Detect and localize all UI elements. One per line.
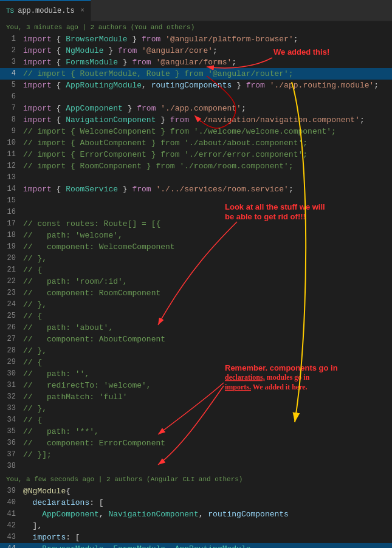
code-line: 35// path: '**',: [0, 426, 392, 437]
line-content: // component: ErrorComponent: [22, 437, 392, 449]
line-content: // import { AboutComponent } from './abo…: [22, 137, 392, 149]
code-line: 37// }];: [0, 449, 392, 461]
line-number: 8: [0, 114, 22, 126]
line-number: 1: [0, 33, 22, 45]
line-number: 21: [0, 264, 22, 276]
line-content: // pathMatch: 'full': [22, 391, 392, 403]
ts-icon: TS: [6, 7, 14, 15]
line-number: 14: [0, 183, 22, 195]
line-content: // {: [22, 310, 392, 322]
code-line: 31// redirectTo: 'welcome',: [0, 380, 392, 391]
line-content: declarations: [: [22, 497, 392, 509]
line-content: // path: 'about',: [22, 322, 392, 334]
code-line: 12// import { RoomComponent } from './ro…: [0, 160, 392, 172]
line-content: import { NavigationComponent } from './n…: [22, 114, 392, 126]
line-content: // component: WelcomeComponent: [22, 241, 392, 253]
line-number: 27: [0, 334, 22, 345]
line-number: 7: [0, 103, 22, 114]
line-content: // import { WelcomeComponent } from './w…: [22, 126, 392, 137]
line-number: 19: [0, 241, 22, 253]
line-content: // {: [22, 414, 392, 426]
code-line: 11// import { ErrorComponent } from './e…: [0, 149, 392, 160]
line-number: 20: [0, 253, 22, 264]
line-number: 32: [0, 391, 22, 403]
line-content: // import { RoomComponent } from './room…: [22, 160, 392, 172]
line-number: 24: [0, 299, 22, 310]
code-line: 40 declarations: [: [0, 497, 392, 509]
line-number: 16: [0, 207, 22, 218]
line-content: // redirectTo: 'welcome',: [22, 380, 392, 391]
code-line: 8import { NavigationComponent } from './…: [0, 114, 392, 126]
line-number: 39: [0, 485, 22, 497]
code-lines-39-50: 39@NgModule{40 declarations: [41 AppComp…: [0, 485, 392, 548]
line-number: 15: [0, 195, 22, 207]
line-number: 43: [0, 532, 22, 543]
code-line: 15: [0, 195, 392, 207]
code-line: 20// },: [0, 253, 392, 264]
line-number: 6: [0, 91, 22, 103]
code-line: 9// import { WelcomeComponent } from './…: [0, 126, 392, 137]
line-content: // import { RouterModule, Route } from '…: [22, 68, 392, 80]
git-blame-header-1: You, 3 minutes ago | 2 authors (You and …: [0, 21, 392, 33]
line-content: AppComponent, NavigationComponent, routi…: [22, 509, 392, 520]
line-number: 42: [0, 520, 22, 532]
tab-filename: app.module.ts: [18, 7, 75, 15]
line-content: // {: [22, 264, 392, 276]
code-line: 19// component: WelcomeComponent: [0, 241, 392, 253]
code-line: 28// },: [0, 345, 392, 357]
code-line: 18// path: 'welcome',: [0, 230, 392, 241]
code-line: 42 ],: [0, 520, 392, 532]
line-number: 3: [0, 57, 22, 68]
line-content: // path: '**',: [22, 426, 392, 437]
line-number: 17: [0, 218, 22, 230]
code-line: 33// },: [0, 403, 392, 414]
line-number: 5: [0, 80, 22, 91]
code-line: 7import { AppComponent } from './app.com…: [0, 103, 392, 114]
line-number: 41: [0, 509, 22, 520]
line-content: import { RoomService } from './../servic…: [22, 183, 392, 195]
line-number: 35: [0, 426, 22, 437]
code-line: 29// {: [0, 357, 392, 368]
editor-content: You, 3 minutes ago | 2 authors (You and …: [0, 21, 392, 548]
line-content: // },: [22, 253, 392, 264]
code-line: 21// {: [0, 264, 392, 276]
line-content: // {: [22, 357, 392, 368]
line-number: 9: [0, 126, 22, 137]
line-number: 23: [0, 287, 22, 299]
code-line: 4// import { RouterModule, Route } from …: [0, 68, 392, 80]
code-line: 39@NgModule{: [0, 485, 392, 497]
tab-close-button[interactable]: ×: [81, 7, 84, 14]
active-tab[interactable]: TS app.module.ts ×: [0, 0, 91, 21]
code-line: 26// path: 'about',: [0, 322, 392, 334]
line-number: 44: [0, 543, 22, 548]
git-blame-header-2: You, a few seconds ago | 2 authors (Angu…: [0, 473, 392, 485]
code-line: 43 imports: [: [0, 532, 392, 543]
line-content: // path: '',: [22, 368, 392, 380]
line-content: // path: 'welcome',: [22, 230, 392, 241]
line-content: [22, 172, 392, 183]
code-line: 6: [0, 91, 392, 103]
code-line: 30// path: '',: [0, 368, 392, 380]
line-content: import { AppComponent } from './app.comp…: [22, 103, 392, 114]
line-content: ],: [22, 520, 392, 532]
code-line: 25// {: [0, 310, 392, 322]
code-line: 22// path: 'room/:id',: [0, 276, 392, 287]
line-content: [22, 461, 392, 472]
line-number: 11: [0, 149, 22, 160]
line-content: // component: AboutComponent: [22, 334, 392, 345]
line-number: 2: [0, 45, 22, 57]
code-line: 34// {: [0, 414, 392, 426]
line-content: [22, 91, 392, 103]
line-number: 10: [0, 137, 22, 149]
tab-bar: TS app.module.ts ×: [0, 0, 392, 21]
code-line: 38: [0, 461, 392, 472]
line-number: 4: [0, 68, 22, 80]
code-line: 17// const routes: Route[] = [{: [0, 218, 392, 230]
line-content: // component: RoomComponent: [22, 287, 392, 299]
line-number: 25: [0, 310, 22, 322]
line-content: // },: [22, 345, 392, 357]
line-number: 26: [0, 322, 22, 334]
line-number: 18: [0, 230, 22, 241]
line-content: import { BrowserModule } from '@angular/…: [22, 33, 392, 45]
line-content: imports: [: [22, 532, 392, 543]
